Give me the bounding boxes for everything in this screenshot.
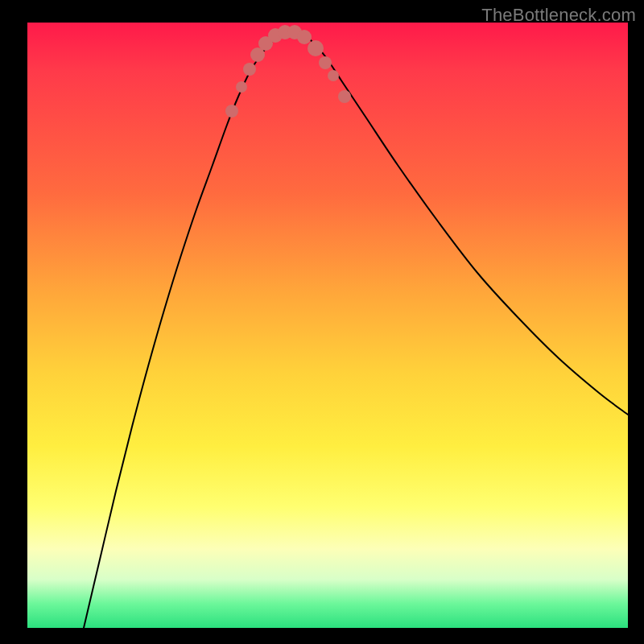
curve-marker bbox=[225, 105, 238, 118]
bottleneck-curve-svg bbox=[27, 23, 628, 628]
curve-marker bbox=[297, 30, 312, 44]
bottleneck-curve bbox=[84, 31, 628, 628]
curve-marker bbox=[308, 40, 324, 56]
watermark-text: TheBottleneck.com bbox=[481, 5, 636, 26]
chart-frame: TheBottleneck.com bbox=[0, 0, 644, 644]
curve-marker bbox=[338, 90, 351, 103]
curve-markers bbox=[225, 25, 351, 118]
curve-marker bbox=[243, 63, 256, 76]
curve-marker bbox=[236, 81, 247, 93]
curve-marker bbox=[319, 56, 332, 69]
curve-marker bbox=[328, 70, 339, 81]
chart-plot-area bbox=[27, 23, 628, 628]
